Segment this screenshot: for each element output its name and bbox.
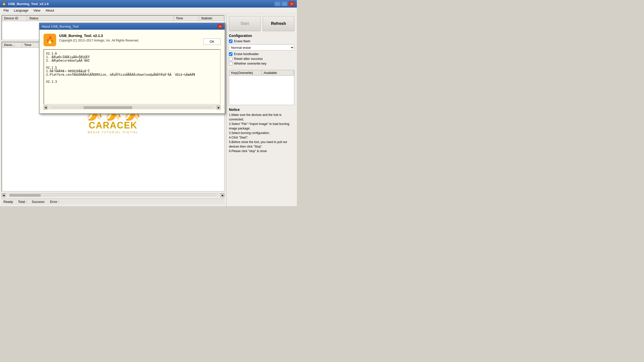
log-horizontal-scrollbar: ◀ ▶ (2, 193, 225, 197)
configuration-section: Configuration Erase flash Normal erase F… (229, 34, 294, 66)
notice-content: 1.Make sure the devices and the hub is c… (229, 113, 294, 153)
main-container: Device ID Status Time Statistic About US… (0, 14, 297, 206)
log-scroll-track (10, 194, 217, 197)
notice-line-5: 5.Before close the tool, you need to pul… (229, 140, 287, 148)
right-panel: Start Refresh Configuration Erase flash … (226, 14, 297, 206)
status-bar: Ready Total : Success: Error : (2, 199, 225, 205)
notice-line-6: 6.Please click "stop" & close (229, 149, 267, 153)
erase-flash-item: Erase flash (229, 39, 294, 43)
status-error: Error : (50, 200, 59, 204)
window-controls: ─ □ ✕ (274, 1, 295, 6)
app-copyright: Copyright (C) 2013~2017 Amlogic, Inc. Al… (59, 39, 139, 42)
overwrite-key-item: Whether overwrite key (229, 62, 294, 65)
menu-language[interactable]: Language (11, 8, 31, 13)
log-scroll-thumb[interactable] (10, 194, 41, 197)
log-scroll-left[interactable]: ◀ (2, 193, 6, 197)
scroll-right-button[interactable]: ▶ (217, 106, 221, 110)
ok-button[interactable]: OK (203, 38, 221, 45)
scroll-thumb[interactable] (84, 106, 132, 109)
scroll-track (52, 106, 213, 109)
about-dialog: About USB_Burning_Tool ✕ 🔥 USB_Burning_T… (39, 23, 225, 114)
col-device-id: Device ID (2, 16, 27, 21)
erase-flash-label: Erase flash (234, 39, 250, 43)
brand-subtitle: MEDIA TUTORIAL DIGITAL (85, 131, 141, 134)
notice-line-1: 1.Make sure the devices and the hub is c… (229, 113, 281, 121)
erase-flash-checkbox[interactable] (229, 39, 232, 43)
status-ready: Ready (4, 200, 13, 204)
minimize-button[interactable]: ─ (274, 1, 281, 6)
overwrite-key-checkbox[interactable] (229, 62, 232, 65)
log-scroll-right[interactable]: ▶ (221, 193, 225, 197)
key-overwrite-table: Key(Overwrite) Available (229, 70, 294, 105)
dialog-title-bar: About USB_Burning_Tool ✕ (39, 23, 225, 30)
notice-section: Notice 1.Make sure the devices and the h… (229, 108, 294, 153)
maximize-button[interactable]: □ (281, 1, 288, 6)
erase-bootloader-checkbox[interactable] (229, 52, 232, 56)
menu-view[interactable]: View (31, 8, 43, 13)
reset-after-success-checkbox[interactable] (229, 57, 232, 61)
menu-bar: File Language View About (0, 8, 297, 14)
notice-title: Notice (229, 108, 294, 112)
refresh-button[interactable]: Refresh (263, 16, 294, 31)
app-logo-icon: 🔥 (44, 34, 56, 46)
app-info: USB_Burning_Tool. v2.1.3 Copyright (C) 2… (59, 34, 139, 42)
title-bar: 🔥 USB_Burning_Tool_v2.1.6 ─ □ ✕ (0, 0, 297, 8)
dialog-info: 🔥 USB_Burning_Tool. v2.1.3 Copyright (C)… (44, 34, 139, 46)
erase-bootloader-item: Erase bootloader (229, 52, 294, 56)
erase-bootloader-label: Erase bootloader (234, 52, 259, 56)
key-col-available: Available (262, 70, 294, 75)
scroll-left-button[interactable]: ◀ (44, 106, 48, 110)
notice-line-2: 2.Select "File"-"Import image" to load b… (229, 122, 289, 130)
col-time: Time (174, 16, 199, 21)
dialog-close-button[interactable]: ✕ (218, 24, 223, 29)
dialog-horizontal-scrollbar: ◀ ▶ (44, 105, 221, 109)
menu-file[interactable]: File (1, 8, 11, 13)
dialog-info-row: 🔥 USB_Burning_Tool. v2.1.3 Copyright (C)… (44, 34, 221, 49)
left-panel: Device ID Status Time Statistic About US… (0, 14, 226, 206)
notice-line-4: 4.Click "Start"; (229, 136, 248, 139)
brand-name: CARACEK (85, 120, 141, 131)
overwrite-key-label: Whether overwrite key (234, 62, 266, 65)
status-success: Success: (32, 200, 45, 204)
status-total: Total : (18, 200, 27, 204)
dialog-title-text: About USB_Burning_Tool (42, 25, 218, 28)
notice-line-3: 3.Select burning configuration; (229, 131, 270, 135)
start-button[interactable]: Start (229, 16, 261, 31)
app-icon: 🔥 (2, 2, 7, 6)
changelog-textarea[interactable] (44, 49, 221, 105)
col-statistic: Statistic (199, 16, 224, 21)
menu-about[interactable]: About (43, 8, 57, 13)
close-button[interactable]: ✕ (288, 1, 295, 6)
reset-after-success-label: Reset after success (234, 57, 263, 61)
log-col-device: Devic... (2, 42, 22, 48)
app-title: USB_Burning_Tool. v2.1.3 (59, 34, 139, 38)
table-header: Device ID Status Time Statistic (2, 16, 224, 21)
key-table-header: Key(Overwrite) Available (229, 70, 294, 76)
dialog-body: 🔥 USB_Burning_Tool. v2.1.3 Copyright (C)… (39, 30, 225, 113)
erase-mode-select[interactable]: Normal erase Full erase (229, 44, 294, 51)
key-col-key: Key(Overwrite) (229, 70, 262, 75)
title-text: USB_Burning_Tool_v2.1.6 (8, 2, 274, 6)
col-status: Status (27, 16, 174, 21)
reset-after-success-item: Reset after success (229, 57, 294, 61)
config-title: Configuration (229, 34, 294, 38)
action-buttons: Start Refresh (229, 16, 294, 31)
